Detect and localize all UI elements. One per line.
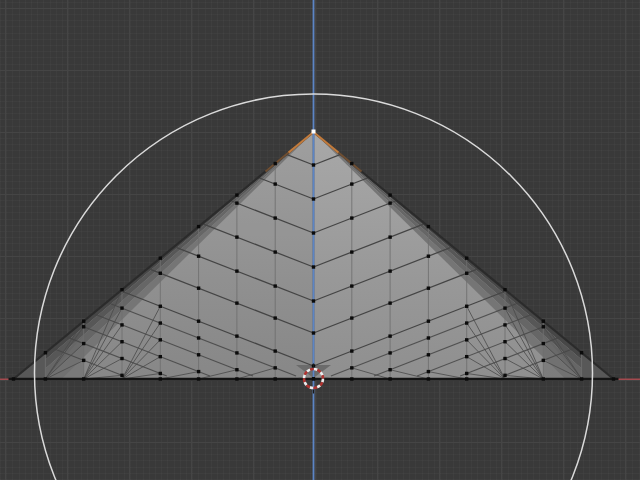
viewport-3d[interactable] <box>0 0 640 480</box>
viewport-canvas[interactable] <box>0 0 640 480</box>
selected-vertex[interactable] <box>312 130 316 134</box>
